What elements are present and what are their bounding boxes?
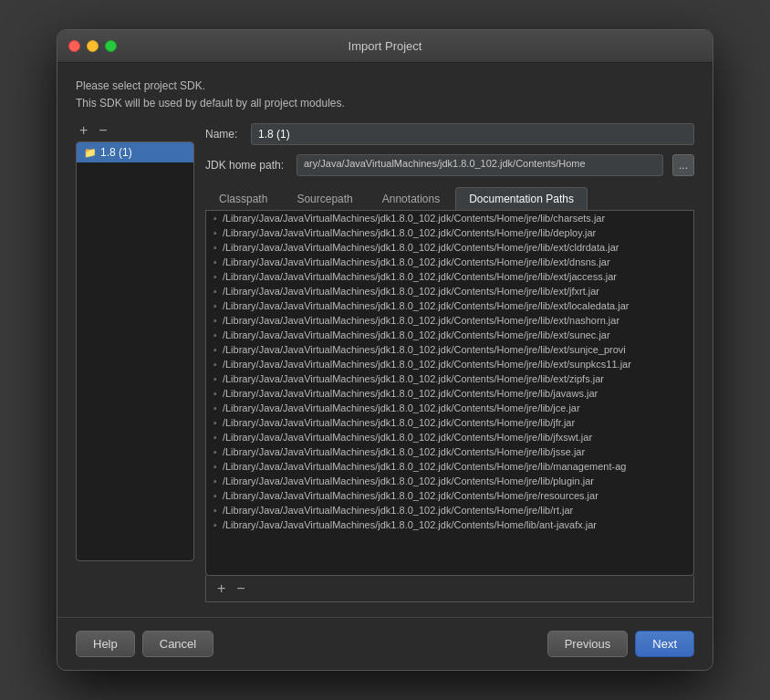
sdk-toolbar: + − <box>76 123 194 138</box>
paths-toolbar: + − <box>205 576 694 602</box>
jar-icon: ▪ <box>213 213 217 224</box>
name-label: Name: <box>205 128 242 141</box>
path-item: ▪/Library/Java/JavaVirtualMachines/jdk1.… <box>206 517 693 532</box>
tab-documentation[interactable]: Documentation Paths <box>455 187 588 210</box>
path-item: ▪/Library/Java/JavaVirtualMachines/jdk1.… <box>206 225 693 240</box>
footer-right: Previous Next <box>547 631 694 657</box>
jar-icon: ▪ <box>213 490 217 501</box>
jdk-browse-button[interactable]: ... <box>672 154 694 176</box>
jar-icon: ▪ <box>213 519 217 530</box>
sdk-item[interactable]: 📁 1.8 (1) <box>77 142 193 162</box>
jar-icon: ▪ <box>213 329 217 340</box>
jar-icon: ▪ <box>213 300 217 311</box>
cancel-button[interactable]: Cancel <box>142 631 213 657</box>
description-line2: This SDK will be used by default by all … <box>76 95 694 112</box>
description-line1: Please select project SDK. <box>76 78 694 95</box>
path-item: ▪/Library/Java/JavaVirtualMachines/jdk1.… <box>206 255 693 269</box>
jar-icon: ▪ <box>213 446 217 457</box>
path-item: ▪/Library/Java/JavaVirtualMachines/jdk1.… <box>206 444 693 459</box>
sdk-list[interactable]: 📁 1.8 (1) <box>76 141 194 561</box>
jar-icon: ▪ <box>213 359 217 370</box>
path-item: ▪/Library/Java/JavaVirtualMachines/jdk1.… <box>206 459 693 474</box>
path-item: ▪/Library/Java/JavaVirtualMachines/jdk1.… <box>206 357 693 371</box>
jar-icon: ▪ <box>213 373 217 384</box>
help-button[interactable]: Help <box>76 631 135 657</box>
jar-icon: ▪ <box>213 315 217 326</box>
description: Please select project SDK. This SDK will… <box>76 78 694 112</box>
jdk-row: JDK home path: ary/Java/JavaVirtualMachi… <box>205 154 694 176</box>
path-item: ▪/Library/Java/JavaVirtualMachines/jdk1.… <box>206 474 693 488</box>
sdk-panel: + − 📁 1.8 (1) Name: <box>76 123 694 602</box>
jar-icon: ▪ <box>213 505 217 516</box>
remove-sdk-button[interactable]: − <box>95 123 110 138</box>
previous-button[interactable]: Previous <box>547 631 629 657</box>
tab-annotations[interactable]: Annotations <box>369 187 453 210</box>
tabs-bar: Classpath Sourcepath Annotations Documen… <box>205 187 694 211</box>
path-item: ▪/Library/Java/JavaVirtualMachines/jdk1.… <box>206 313 693 328</box>
add-sdk-button[interactable]: + <box>76 123 91 138</box>
path-item: ▪/Library/Java/JavaVirtualMachines/jdk1.… <box>206 211 693 225</box>
footer-left: Help Cancel <box>76 631 213 657</box>
jar-icon: ▪ <box>213 271 217 282</box>
path-item: ▪/Library/Java/JavaVirtualMachines/jdk1.… <box>206 284 693 298</box>
remove-path-button[interactable]: − <box>233 581 248 596</box>
path-item: ▪/Library/Java/JavaVirtualMachines/jdk1.… <box>206 401 693 415</box>
path-item: ▪/Library/Java/JavaVirtualMachines/jdk1.… <box>206 503 693 517</box>
name-input[interactable] <box>251 123 694 145</box>
jar-icon: ▪ <box>213 286 217 297</box>
tab-sourcepath[interactable]: Sourcepath <box>283 187 366 210</box>
add-path-button[interactable]: + <box>213 581 229 596</box>
window-title: Import Project <box>349 39 422 53</box>
jar-icon: ▪ <box>213 475 217 486</box>
jar-icon: ▪ <box>213 388 217 399</box>
jar-icon: ▪ <box>213 417 217 428</box>
maximize-button[interactable] <box>105 40 117 52</box>
jar-icon: ▪ <box>213 242 217 253</box>
path-item: ▪/Library/Java/JavaVirtualMachines/jdk1.… <box>206 386 693 401</box>
jdk-label: JDK home path: <box>205 159 287 172</box>
jar-icon: ▪ <box>213 227 217 238</box>
content-area: Please select project SDK. This SDK will… <box>57 63 713 617</box>
next-button[interactable]: Next <box>635 631 694 657</box>
path-item: ▪/Library/Java/JavaVirtualMachines/jdk1.… <box>206 328 693 342</box>
path-item: ▪/Library/Java/JavaVirtualMachines/jdk1.… <box>206 371 693 386</box>
traffic-lights <box>68 40 117 52</box>
minimize-button[interactable] <box>87 40 99 52</box>
jar-icon: ▪ <box>213 432 217 443</box>
sdk-folder-icon: 📁 <box>84 147 97 159</box>
path-item: ▪/Library/Java/JavaVirtualMachines/jdk1.… <box>206 342 693 357</box>
close-button[interactable] <box>68 40 80 52</box>
sdk-item-label: 1.8 (1) <box>100 146 132 159</box>
name-row: Name: <box>205 123 694 145</box>
sdk-list-column: + − 📁 1.8 (1) <box>76 123 194 602</box>
path-item: ▪/Library/Java/JavaVirtualMachines/jdk1.… <box>206 430 693 444</box>
tab-classpath[interactable]: Classpath <box>205 187 281 210</box>
path-item: ▪/Library/Java/JavaVirtualMachines/jdk1.… <box>206 415 693 430</box>
jar-icon: ▪ <box>213 402 217 413</box>
path-item: ▪/Library/Java/JavaVirtualMachines/jdk1.… <box>206 240 693 255</box>
paths-panel[interactable]: ▪/Library/Java/JavaVirtualMachines/jdk1.… <box>205 211 694 576</box>
jar-icon: ▪ <box>213 461 217 472</box>
titlebar: Import Project <box>57 30 713 63</box>
jdk-path-display: ary/Java/JavaVirtualMachines/jdk1.8.0_10… <box>297 154 663 176</box>
footer: Help Cancel Previous Next <box>57 617 713 670</box>
main-window: Import Project Please select project SDK… <box>57 29 713 671</box>
path-item: ▪/Library/Java/JavaVirtualMachines/jdk1.… <box>206 269 693 284</box>
path-item: ▪/Library/Java/JavaVirtualMachines/jdk1.… <box>206 298 693 313</box>
jar-icon: ▪ <box>213 344 217 355</box>
sdk-right-panel: Name: JDK home path: ary/Java/JavaVirtua… <box>205 123 694 602</box>
jar-icon: ▪ <box>213 256 217 267</box>
path-item: ▪/Library/Java/JavaVirtualMachines/jdk1.… <box>206 488 693 503</box>
